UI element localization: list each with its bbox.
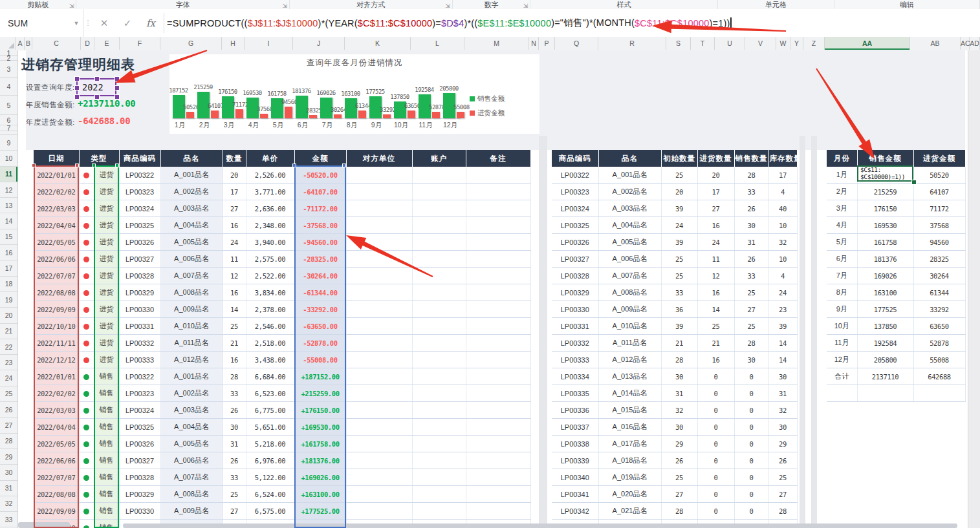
column-header-Z[interactable]: Z — [803, 37, 825, 50]
cell-quantity[interactable]: 16 — [223, 352, 246, 368]
cell-initial-qty[interactable]: 26 — [661, 452, 697, 469]
cell-product-code[interactable]: LP00331 — [119, 318, 160, 335]
cell-product-code[interactable]: LP00330 — [119, 301, 160, 318]
cell-month[interactable] — [827, 385, 857, 402]
cell-account[interactable] — [412, 385, 466, 402]
cell-type[interactable]: 进货 — [94, 335, 119, 352]
cell-type-indicator[interactable] — [79, 335, 94, 352]
cell-product-code[interactable]: LP00323 — [552, 184, 598, 200]
cell-quantity[interactable]: 14 — [223, 301, 246, 318]
cell-account[interactable] — [412, 268, 466, 284]
cell-date[interactable]: 2022/12/12 — [34, 352, 79, 368]
cell-date[interactable]: 2022/01/01 — [34, 167, 79, 184]
cell-product-name[interactable]: A_017品名 — [598, 436, 661, 452]
cell-amount[interactable]: +177525.00 — [294, 503, 346, 520]
cell-sales-qty[interactable]: 25 — [734, 318, 768, 335]
column-header-商品编码[interactable]: 商品编码 — [119, 150, 160, 167]
cell-type-indicator[interactable] — [79, 385, 94, 402]
cell-account[interactable] — [412, 352, 466, 368]
cell-sales-qty[interactable]: 26 — [734, 200, 768, 217]
cell-product-code[interactable]: LP00333 — [119, 352, 160, 368]
cell-type-indicator[interactable] — [79, 268, 94, 284]
cell-unit-price[interactable]: 3,834.00 — [246, 284, 294, 301]
cell-month[interactable]: 9月 — [827, 301, 857, 318]
cell-account[interactable] — [412, 402, 466, 419]
cell-product-name[interactable]: A_004品名 — [598, 217, 661, 234]
cell-quantity[interactable]: 20 — [223, 167, 246, 184]
cell-product-code[interactable]: LP00335 — [552, 385, 598, 402]
cell-product-code[interactable]: LP00330 — [552, 301, 598, 318]
cell-product-code[interactable]: LP00342 — [552, 503, 598, 520]
cell-counterparty[interactable] — [346, 385, 412, 402]
cell-note[interactable] — [466, 385, 530, 402]
cell-date[interactable]: 2022/02/02 — [34, 184, 79, 200]
dialog-launcher-icon[interactable]: ⇲ — [282, 3, 287, 9]
cell-initial-qty[interactable]: 39 — [661, 234, 697, 251]
cell-product-name[interactable]: A_006品名 — [160, 251, 223, 268]
cell-unit-price[interactable]: 5,651.00 — [246, 419, 294, 436]
cell-purchase-qty[interactable]: 25 — [697, 318, 734, 335]
cell-unit-price[interactable]: 2,575.00 — [246, 251, 294, 268]
cell-initial-qty[interactable]: 30 — [661, 368, 697, 385]
selection-handle[interactable] — [74, 85, 80, 90]
cell-type-indicator[interactable] — [79, 217, 94, 234]
cell-type[interactable]: 销售 — [94, 385, 119, 402]
cell-product-code[interactable]: LP00328 — [119, 268, 160, 284]
cell-product-code[interactable]: LP00337 — [552, 419, 598, 436]
cell-note[interactable] — [466, 486, 530, 503]
cell-account[interactable] — [412, 486, 466, 503]
cell-date[interactable]: 2022/06/06 — [34, 452, 79, 469]
cell-initial-qty[interactable]: 32 — [661, 402, 697, 419]
cell-type[interactable]: 销售 — [94, 402, 119, 419]
cell-product-code[interactable]: LP00332 — [119, 335, 160, 352]
cell-purchase-amount[interactable]: 52878 — [913, 335, 965, 352]
cell-note[interactable] — [466, 402, 530, 419]
cell-quantity[interactable]: 25 — [223, 486, 246, 503]
cell-in-edit[interactable]: $C$11: $C$10000)=1)) — [857, 165, 913, 182]
cell-initial-qty[interactable]: 31 — [661, 385, 697, 402]
cell-type-indicator[interactable] — [79, 318, 94, 335]
cell-date[interactable]: 2022/09/09 — [34, 301, 79, 318]
cell-product-name[interactable]: A_019品名 — [598, 469, 661, 486]
cell-purchase-qty[interactable]: 0 — [697, 503, 734, 520]
cell-quantity[interactable]: 27 — [223, 503, 246, 520]
cell-stock-qty[interactable]: 25 — [768, 469, 797, 486]
column-header-E[interactable]: E — [94, 37, 120, 50]
selection-handle[interactable] — [74, 94, 80, 100]
column-header-N[interactable]: N — [529, 37, 539, 50]
cell-unit-price[interactable]: 3,438.00 — [246, 352, 294, 368]
cell-counterparty[interactable] — [346, 217, 412, 234]
cell-sales-qty[interactable]: 28 — [734, 167, 768, 184]
cell-product-name[interactable]: A_016品名 — [598, 419, 661, 436]
column-header-进货金额[interactable]: 进货金额 — [913, 150, 965, 167]
row-header-13[interactable]: 13 — [0, 198, 17, 213]
cell-quantity[interactable]: 21 — [223, 335, 246, 352]
cell-month[interactable]: 7月 — [827, 268, 857, 284]
column-header-Y[interactable]: Y — [790, 37, 803, 50]
column-header-AD[interactable]: AD — [970, 37, 980, 50]
row-header-19[interactable]: 19 — [0, 292, 17, 308]
row-header-30[interactable]: 30 — [0, 465, 17, 480]
cell-counterparty[interactable] — [346, 301, 412, 318]
row-header-3[interactable]: 3 — [0, 61, 17, 78]
cell-sales-amount[interactable]: 181376 — [857, 251, 913, 268]
cell-quantity[interactable]: 31 — [223, 436, 246, 452]
cell-sales-amount[interactable]: 137850 — [857, 318, 913, 335]
cell-purchase-qty[interactable]: 0 — [697, 385, 734, 402]
cell-product-name[interactable]: A_003品名 — [160, 402, 223, 419]
cell-purchase-amount[interactable]: 28325 — [913, 251, 965, 268]
selection-handle[interactable] — [94, 94, 100, 100]
column-header-品名[interactable]: 品名 — [160, 150, 223, 167]
cell-product-name[interactable]: A_006品名 — [160, 452, 223, 469]
selection-handle[interactable] — [94, 76, 100, 81]
cell-counterparty[interactable] — [346, 436, 412, 452]
cell-sales-qty[interactable]: 0 — [734, 452, 768, 469]
row-header-2[interactable]: 2 — [0, 56, 17, 61]
cell-product-name[interactable]: A_001品名 — [160, 167, 223, 184]
cell-product-code[interactable]: LP00324 — [119, 200, 160, 217]
cell-purchase-amount[interactable]: 50520 — [913, 167, 965, 184]
cell-month[interactable]: 5月 — [827, 234, 857, 251]
cell-product-name[interactable]: A_021品名 — [598, 503, 661, 520]
cell-quantity[interactable]: 11 — [223, 251, 246, 268]
cell-type-indicator[interactable] — [79, 486, 94, 503]
